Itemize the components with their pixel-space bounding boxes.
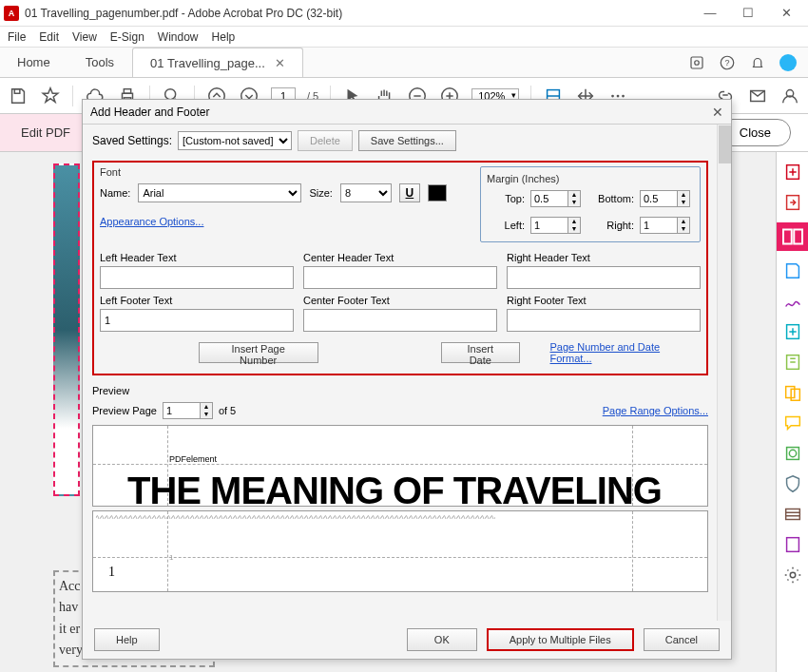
font-name-select[interactable]: Arial: [138, 183, 301, 202]
font-name-label: Name:: [100, 187, 130, 199]
rail-create-icon[interactable]: [782, 162, 803, 182]
svg-rect-25: [785, 387, 794, 398]
email-icon[interactable]: [747, 86, 768, 106]
tab-home[interactable]: Home: [0, 48, 68, 77]
preview-header-canvas: PDFelement THE MEANING OF TRAVELING: [92, 425, 708, 507]
font-margin-group: Font Name: Arial Size: 8 U Appearance Op…: [92, 161, 708, 375]
center-footer-input[interactable]: [303, 309, 497, 332]
left-footer-label: Left Footer Text: [100, 295, 294, 306]
rail-organize-icon[interactable]: [782, 321, 803, 342]
rail-more-icon[interactable]: [782, 565, 803, 586]
svg-rect-21: [783, 230, 792, 244]
right-tools-rail: [776, 152, 808, 672]
rail-combine-icon[interactable]: [782, 382, 803, 403]
close-tab-icon[interactable]: ✕: [275, 56, 285, 70]
save-settings-button[interactable]: Save Settings...: [358, 130, 456, 151]
preview-page-of: of 5: [219, 405, 236, 416]
close-window-button[interactable]: ✕: [774, 6, 798, 20]
right-header-input[interactable]: [507, 266, 701, 289]
menu-edit[interactable]: Edit: [39, 30, 59, 44]
svg-point-31: [790, 572, 796, 578]
tab-row: Home Tools 01 Travelling_page... ✕ ?: [0, 48, 808, 78]
rail-edit-icon[interactable]: [777, 222, 809, 251]
rail-save-icon[interactable]: [782, 260, 803, 281]
minimize-button[interactable]: —: [698, 6, 722, 20]
menu-esign[interactable]: E-Sign: [110, 30, 144, 44]
appearance-options-link[interactable]: Appearance Options...: [100, 216, 203, 227]
margin-right-label: Right:: [587, 220, 634, 231]
maximize-button[interactable]: ☐: [736, 6, 760, 20]
font-group-label: Font: [100, 166, 469, 178]
ok-button[interactable]: OK: [407, 628, 477, 651]
save-icon[interactable]: [8, 86, 29, 106]
rail-sign-icon[interactable]: [782, 291, 803, 312]
left-footer-input[interactable]: [100, 309, 294, 332]
menu-file[interactable]: File: [8, 30, 26, 44]
margin-top-input[interactable]: [530, 190, 568, 207]
underline-button[interactable]: U: [399, 183, 420, 202]
dialog-close-button[interactable]: ✕: [712, 105, 723, 120]
font-size-label: Size:: [309, 187, 332, 199]
margin-right-input[interactable]: [640, 217, 678, 234]
apply-multiple-button[interactable]: Apply to Multiple Files: [487, 628, 634, 651]
svg-rect-27: [786, 448, 798, 460]
dialog-scrollbar[interactable]: [717, 125, 731, 621]
app-icon: A: [4, 6, 19, 21]
font-size-select[interactable]: 8: [340, 183, 392, 202]
document-image: [53, 163, 80, 496]
help-icon[interactable]: ?: [719, 54, 736, 71]
share-icon[interactable]: [688, 54, 705, 71]
margin-bottom-input[interactable]: [640, 190, 678, 207]
insert-date-button[interactable]: Insert Date: [441, 342, 519, 363]
rail-comment-icon[interactable]: [782, 413, 803, 433]
rail-protect-icon[interactable]: [782, 473, 803, 494]
star-icon[interactable]: [40, 86, 61, 106]
preview-label: Preview: [92, 385, 721, 396]
svg-point-16: [623, 94, 625, 97]
right-footer-label: Right Footer Text: [507, 295, 701, 306]
delete-button[interactable]: Delete: [298, 130, 353, 151]
saved-settings-select[interactable]: [Custom-not saved]: [178, 131, 292, 150]
menu-view[interactable]: View: [72, 30, 97, 44]
center-header-label: Center Header Text: [303, 252, 497, 263]
insert-page-number-button[interactable]: Insert Page Number: [199, 342, 318, 363]
user-avatar[interactable]: [779, 54, 797, 71]
window-title: 01 Travelling_pagenumber.pdf - Adobe Acr…: [25, 7, 698, 20]
margin-bottom-label: Bottom:: [587, 193, 634, 204]
margin-left-label: Left:: [487, 220, 525, 231]
center-header-input[interactable]: [303, 266, 497, 289]
rail-form-icon[interactable]: [782, 534, 803, 555]
page-number-format-link[interactable]: Page Number and Date Format...: [550, 341, 701, 364]
bell-icon[interactable]: [749, 54, 766, 71]
center-footer-label: Center Footer Text: [303, 295, 497, 306]
title-bar: A 01 Travelling_pagenumber.pdf - Adobe A…: [0, 0, 808, 27]
svg-point-1: [695, 60, 700, 65]
menu-help[interactable]: Help: [212, 30, 236, 44]
font-color-button[interactable]: [428, 184, 447, 202]
left-header-input[interactable]: [100, 266, 294, 289]
dialog-title: Add Header and Footer: [90, 106, 209, 119]
right-footer-input[interactable]: [507, 309, 701, 332]
tab-tools[interactable]: Tools: [68, 48, 132, 77]
cancel-button[interactable]: Cancel: [644, 628, 720, 651]
tab-document[interactable]: 01 Travelling_page... ✕: [132, 48, 303, 77]
rail-export-icon[interactable]: [782, 192, 803, 213]
menu-bar: File Edit View E-Sign Window Help: [0, 27, 808, 48]
preview-page-input[interactable]: [163, 402, 201, 419]
margin-left-input[interactable]: [530, 217, 568, 234]
preview-watermark: PDFelement: [169, 454, 217, 464]
svg-text:?: ?: [724, 58, 729, 67]
menu-window[interactable]: Window: [158, 30, 199, 44]
rail-compress-icon[interactable]: [782, 352, 803, 373]
saved-settings-label: Saved Settings:: [92, 134, 172, 147]
page-range-link[interactable]: Page Range Options...: [603, 405, 708, 416]
preview-headline: THE MEANING OF TRAVELING: [127, 470, 662, 507]
svg-point-28: [789, 450, 796, 456]
svg-point-15: [617, 94, 620, 97]
svg-rect-26: [791, 389, 799, 400]
rail-media-icon[interactable]: [782, 504, 803, 525]
rail-scan-icon[interactable]: [782, 443, 803, 464]
account-icon[interactable]: [779, 86, 800, 106]
help-button[interactable]: Help: [94, 628, 160, 651]
preview-footer-number: 1: [108, 565, 115, 580]
